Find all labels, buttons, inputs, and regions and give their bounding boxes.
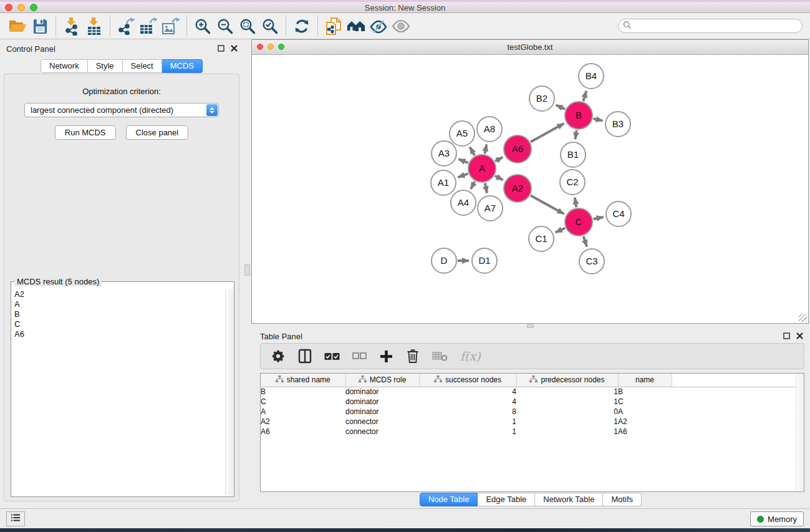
table-scrollbar[interactable] [796,374,804,491]
table-cell[interactable]: C [261,397,345,407]
zoom-selected-icon[interactable] [259,15,281,37]
close-panel-button[interactable]: Close panel [126,125,189,140]
tab-network[interactable]: Network [41,59,88,73]
node-A5[interactable]: A5 [450,121,475,146]
vertical-splitter-handle[interactable] [244,264,250,276]
table-cell[interactable]: C [618,397,672,407]
table-cell[interactable]: B [261,387,345,397]
tab-network-table[interactable]: Network Table [535,493,603,506]
zoom-fit-icon[interactable] [236,15,259,37]
memory-button[interactable]: Memory [750,511,804,526]
select-all-checkboxes-icon[interactable] [324,347,340,365]
table-row[interactable]: A2connector11A2 [261,417,804,427]
show-columns-icon[interactable] [297,347,312,365]
criterion-dropdown[interactable]: largest connected component (directed) [24,103,219,117]
open-session-icon[interactable] [6,15,29,37]
table-cell[interactable]: B [618,387,672,397]
table-cell[interactable]: 1 [419,427,516,437]
result-scrollbar[interactable] [225,289,233,496]
hide-graphics-details-icon[interactable] [367,15,390,37]
node-A1[interactable]: A1 [431,170,456,195]
node-A6[interactable]: A6 [504,135,531,163]
table-cell[interactable]: 1 [516,397,618,407]
table-row[interactable]: Adominator80A [261,407,804,417]
edge-A-A7[interactable] [485,183,487,193]
table-cell[interactable]: 8 [419,407,516,417]
column-header[interactable]: predecessor nodes [516,374,618,387]
import-network-icon[interactable] [60,15,83,37]
table-cell[interactable]: 1 [516,387,618,397]
table-cell[interactable]: A2 [261,417,345,427]
result-list-item[interactable]: A6 [12,329,224,339]
tab-mcds[interactable]: MCDS [162,59,203,73]
node-A8[interactable]: A8 [477,117,502,142]
table-cell[interactable]: A6 [618,427,672,437]
node-C1[interactable]: C1 [529,226,554,251]
node-A2[interactable]: A2 [504,175,531,202]
window-resize-grip[interactable] [799,314,807,322]
zoom-out-icon[interactable] [214,15,236,37]
node-A7[interactable]: A7 [478,196,503,221]
table-cell[interactable]: 0 [516,407,618,417]
search-input[interactable] [634,21,802,32]
node-B1[interactable]: B1 [561,142,586,167]
float-panel-icon[interactable] [217,44,225,52]
table-cell[interactable]: connector [345,417,419,427]
edge-B-B3[interactable] [593,118,602,120]
deselect-all-checkboxes-icon[interactable] [352,347,367,365]
edge-A-A3[interactable] [458,159,468,163]
tab-edge-table[interactable]: Edge Table [478,493,535,506]
table-cell[interactable]: 1 [516,417,618,427]
delete-table-icon[interactable] [432,347,448,365]
node-B4[interactable]: B4 [579,64,604,89]
edge-C-C1[interactable] [556,228,565,233]
tab-select[interactable]: Select [123,59,162,73]
column-header[interactable]: name [618,374,672,387]
edge-B-B4[interactable] [583,91,586,101]
table-row[interactable]: Bdominator41B [261,387,804,397]
edge-A-A6[interactable] [495,157,503,162]
table-cell[interactable]: dominator [345,387,419,397]
table-cell[interactable]: 4 [419,387,516,397]
search-field[interactable] [618,19,803,33]
column-header[interactable]: MCDS role [345,374,419,387]
refresh-layout-icon[interactable] [291,15,313,37]
network-canvas[interactable]: B4B2BB3A8A5A6B1A3AA1C2A2A4A7C4CC1C3DD1 [252,55,808,323]
node-C2[interactable]: C2 [560,170,585,195]
result-list-item[interactable]: C [12,319,224,329]
tab-node-table[interactable]: Node Table [420,493,478,506]
tab-style[interactable]: Style [88,59,123,73]
node-B2[interactable]: B2 [529,86,554,111]
node-A4[interactable]: A4 [451,190,476,215]
table-row[interactable]: A6connector11A6 [261,427,804,437]
edge-A-A8[interactable] [485,145,487,154]
save-session-icon[interactable] [29,15,51,37]
table-cell[interactable]: A [618,407,672,417]
node-D1[interactable]: D1 [472,248,497,273]
delete-rows-icon[interactable] [405,347,420,365]
tab-motifs[interactable]: Motifs [603,493,642,506]
table-cell[interactable]: dominator [345,407,419,417]
column-settings-gear-icon[interactable] [271,347,286,365]
float-table-panel-icon[interactable] [783,332,791,340]
edge-C-C2[interactable] [575,198,576,208]
edge-C-C4[interactable] [594,217,604,219]
export-table-icon[interactable] [137,15,160,37]
edge-C-C3[interactable] [584,236,587,247]
edge-B-B2[interactable] [556,105,566,109]
edge-A2-C[interactable] [531,196,564,214]
function-builder-icon[interactable]: f(x) [460,347,481,365]
birds-eye-view-icon[interactable] [390,15,412,37]
edge-A-A1[interactable] [458,173,468,177]
result-list-item[interactable]: B [12,309,224,319]
table-cell[interactable]: dominator [345,397,419,407]
copy-network-icon[interactable] [322,15,345,37]
table-cell[interactable]: 4 [419,397,516,407]
table-cell[interactable]: 1 [516,427,618,437]
export-network-icon[interactable] [115,15,137,37]
edge-A-A2[interactable] [495,176,503,180]
table-row[interactable]: Cdominator41C [261,397,804,407]
table-cell[interactable]: A [261,407,345,417]
result-list-item[interactable]: A [12,299,224,309]
node-A[interactable]: A [468,155,496,182]
